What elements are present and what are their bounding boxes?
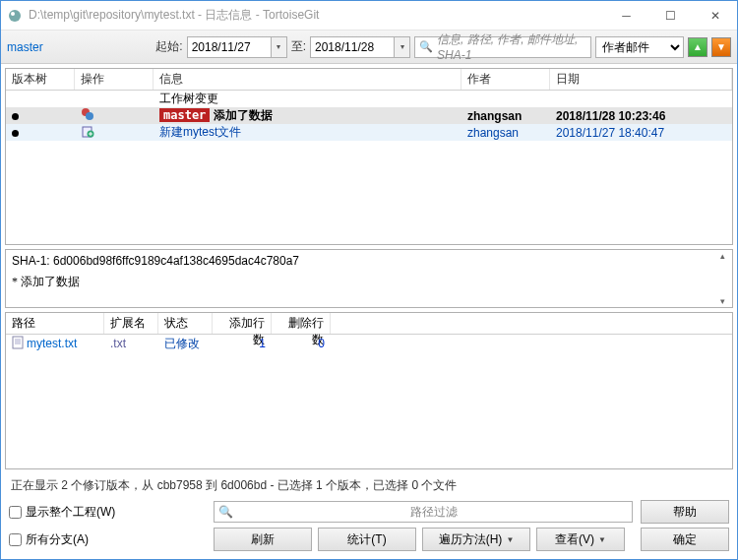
close-button[interactable]: ✕ <box>693 1 737 30</box>
nav-up-button[interactable]: ▲ <box>688 37 707 57</box>
app-icon <box>7 8 23 24</box>
titlebar: D:\temp\git\repository\mytest.txt - 日志信息… <box>1 1 737 31</box>
commit-row[interactable]: 工作树变更 <box>6 91 732 107</box>
commit-row[interactable]: master添加了数据 zhangsan 2018/11/28 10:23:46 <box>6 107 732 124</box>
col-msg[interactable]: 信息 <box>154 69 461 90</box>
stats-button[interactable]: 统计(T) <box>318 528 416 551</box>
filter-input[interactable]: 🔍 信息, 路径, 作者, 邮件地址, SHA-1 <box>414 36 591 58</box>
path-filter-input[interactable]: 🔍 路径过滤 <box>214 501 633 523</box>
svg-point-0 <box>9 10 21 22</box>
help-button[interactable]: 帮助 <box>641 500 729 524</box>
chk-all-branches[interactable]: 所有分支(A) <box>9 531 206 548</box>
svg-point-3 <box>86 112 93 120</box>
col-date[interactable]: 日期 <box>550 69 732 90</box>
file-icon <box>12 336 24 352</box>
author-filter-select[interactable]: 作者邮件 <box>595 36 684 58</box>
dropdown-icon: ▼ <box>506 535 514 544</box>
chk-all-branches-box[interactable] <box>9 533 22 546</box>
action-icon <box>81 107 94 121</box>
to-date-input[interactable] <box>310 36 395 58</box>
bottom-panel: 显示整个工程(W) 🔍 路径过滤 帮助 所有分支(A) 刷新 统计(T) 遍历方… <box>1 498 737 559</box>
fcol-status[interactable]: 状态 <box>158 313 213 334</box>
add-icon <box>81 124 94 138</box>
dropdown-icon: ▼ <box>598 535 606 544</box>
subject-line: * 添加了数据 <box>12 274 726 290</box>
to-date-dropdown-icon[interactable]: ▾ <box>395 36 410 58</box>
fcol-del[interactable]: 删除行数 <box>272 313 331 334</box>
search-icon: 🔍 <box>419 40 433 53</box>
col-op[interactable]: 操作 <box>75 69 154 90</box>
svg-rect-6 <box>13 337 23 348</box>
status-line: 正在显示 2 个修订版本，从 cbb7958 到 6d006bd - 已选择 1… <box>1 473 737 498</box>
minimize-button[interactable]: ─ <box>604 1 648 30</box>
commit-row[interactable]: 新建mytest文件 zhangsan 2018/11/27 18:40:47 <box>6 124 732 141</box>
fcol-add[interactable]: 添加行数 <box>213 313 272 334</box>
commit-list: 版本树 操作 信息 作者 日期 工作树变更 master添加了数据 zhangs… <box>5 68 733 245</box>
sha-line: SHA-1: 6d006bd98f6ffc9189c4af138c4695dac… <box>12 254 726 268</box>
file-list-header: 路径 扩展名 状态 添加行数 删除行数 <box>6 313 732 335</box>
to-label: 至: <box>291 38 306 55</box>
fcol-path[interactable]: 路径 <box>6 313 104 334</box>
from-date-dropdown-icon[interactable]: ▾ <box>272 36 287 58</box>
toolbar: master 起始: ▾ 至: ▾ 🔍 信息, 路径, 作者, 邮件地址, SH… <box>1 31 737 64</box>
search-icon: 🔍 <box>218 505 233 519</box>
commit-list-header: 版本树 操作 信息 作者 日期 <box>6 69 732 91</box>
chk-whole-project-box[interactable] <box>9 506 22 519</box>
filter-placeholder: 信息, 路径, 作者, 邮件地址, SHA-1 <box>437 31 586 62</box>
window-title: D:\temp\git\repository\mytest.txt - 日志信息… <box>29 7 604 24</box>
file-row[interactable]: mytest.txt .txt 已修改 1 0 <box>6 335 732 352</box>
from-label: 起始: <box>155 38 182 55</box>
scroll-down-icon[interactable]: ▾ <box>714 296 730 306</box>
chk-whole-project[interactable]: 显示整个工程(W) <box>9 504 206 521</box>
scroll-up-icon[interactable]: ▴ <box>714 251 730 261</box>
col-tree[interactable]: 版本树 <box>6 69 75 90</box>
graph-node-icon <box>12 130 19 137</box>
refresh-button[interactable]: 刷新 <box>214 528 312 551</box>
view-button[interactable]: 查看(V)▼ <box>536 528 625 551</box>
commit-detail[interactable]: ▴ SHA-1: 6d006bd98f6ffc9189c4af138c4695d… <box>5 249 733 308</box>
nav-down-button[interactable]: ▼ <box>711 37 731 57</box>
graph-node-icon <box>12 113 19 120</box>
file-list: 路径 扩展名 状态 添加行数 删除行数 mytest.txt .txt 已修改 … <box>5 312 733 469</box>
maximize-button[interactable]: ☐ <box>648 1 693 30</box>
branch-tag: master <box>159 108 210 122</box>
col-author[interactable]: 作者 <box>461 69 550 90</box>
walk-method-button[interactable]: 遍历方法(H)▼ <box>422 528 530 551</box>
from-date-input[interactable] <box>187 36 272 58</box>
svg-point-1 <box>11 12 15 16</box>
ok-button[interactable]: 确定 <box>641 528 729 551</box>
fcol-ext[interactable]: 扩展名 <box>104 313 158 334</box>
branch-label[interactable]: master <box>7 40 43 54</box>
